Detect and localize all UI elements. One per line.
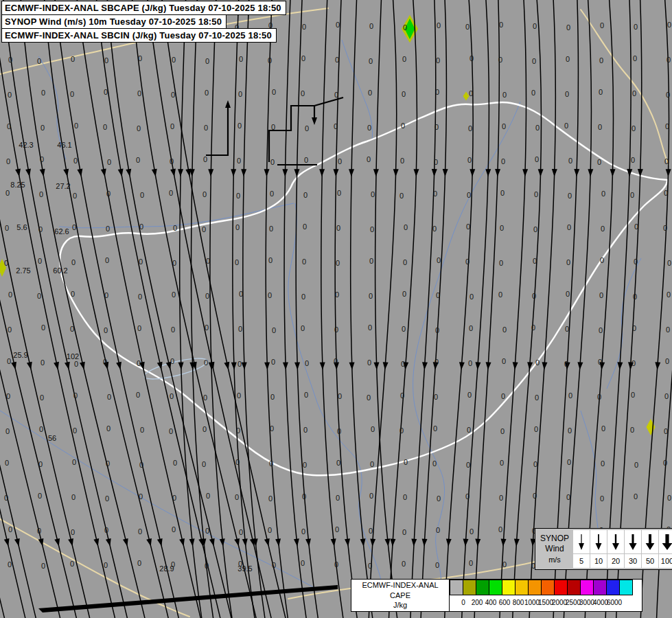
grid-value-label: 0 bbox=[138, 293, 142, 301]
grid-value-label: 0 bbox=[5, 427, 10, 435]
grid-value-label: 0 bbox=[71, 528, 75, 536]
grid-value-label: 0 bbox=[170, 392, 174, 400]
grid-value-label: 0 bbox=[667, 494, 671, 502]
grid-value-label: 0 bbox=[40, 358, 45, 367]
grid-value-label: 0 bbox=[435, 123, 439, 131]
grid-value-label: 0 bbox=[40, 155, 44, 163]
cape-color-cell bbox=[619, 580, 633, 595]
wind-arrow-icon bbox=[590, 530, 607, 553]
cape-color-cell bbox=[580, 580, 594, 595]
grid-value-label: 0 bbox=[469, 89, 473, 98]
grid-value-label: 0 bbox=[336, 259, 340, 267]
grid-value-label: 0 bbox=[137, 124, 141, 133]
grid-value-label: 0 bbox=[401, 122, 405, 130]
grid-value-label: 0 bbox=[664, 157, 669, 165]
grid-value-label: 0 bbox=[238, 90, 242, 98]
grid-value-label: 0 bbox=[38, 460, 43, 468]
grid-value-label: 0 bbox=[534, 425, 538, 433]
grid-value-label: 0 bbox=[566, 258, 570, 266]
grid-value-label: 0 bbox=[171, 91, 175, 99]
grid-value-label: 0 bbox=[631, 391, 635, 399]
cape-color-cell bbox=[541, 580, 555, 595]
cape-tick-label: 1000 bbox=[524, 599, 540, 606]
grid-value-label: 0 bbox=[470, 54, 474, 62]
cape-color-cell bbox=[489, 580, 502, 595]
grid-value-label: 0 bbox=[137, 359, 141, 367]
cape-color-cell bbox=[515, 580, 529, 595]
grid-value-label: 0 bbox=[71, 258, 76, 266]
grid-value-label: 0 bbox=[237, 360, 242, 368]
grid-value-label: 0 bbox=[599, 326, 603, 334]
grid-value-label: 0 bbox=[7, 122, 11, 130]
grid-value-label: 0 bbox=[271, 358, 275, 366]
grid-value-label: 0 bbox=[566, 23, 570, 32]
grid-value-label: 0 bbox=[369, 527, 373, 535]
grid-value-label: 0 bbox=[334, 91, 338, 99]
grid-value-label: 0 bbox=[268, 56, 272, 65]
grid-value-label: 0 bbox=[205, 527, 209, 535]
grid-value-label: 0 bbox=[172, 259, 176, 267]
grid-value-label: 0 bbox=[235, 223, 240, 231]
grid-value-label: 0 bbox=[72, 458, 76, 466]
grid-value-label: 0 bbox=[206, 492, 210, 500]
grid-value-label: 0 bbox=[502, 325, 507, 334]
grid-value-label: 0 bbox=[531, 89, 535, 97]
grid-value-label: 0 bbox=[368, 562, 372, 570]
wind-speed-value: 10 bbox=[590, 554, 607, 568]
grid-value-label: 0 bbox=[202, 425, 207, 433]
grid-value-label: 0 bbox=[272, 88, 276, 96]
grid-value-label: 0 bbox=[71, 493, 76, 501]
grid-value-label: 0 bbox=[41, 89, 45, 97]
grid-value-label: 0 bbox=[436, 526, 440, 534]
grid-value-label: 0 bbox=[600, 494, 604, 503]
title-block: ECMWF-INDEX-ANAL SBCAPE (J/kg) Tuesday 0… bbox=[1, 1, 286, 43]
grid-value-label: 0 bbox=[336, 224, 340, 232]
grid-value-label: 0 bbox=[634, 258, 638, 266]
grid-value-label: 0 bbox=[301, 89, 305, 98]
cape-tick-label: 2000 bbox=[552, 599, 567, 606]
grid-value-label: 0 bbox=[335, 56, 339, 64]
grid-value-label: 0 bbox=[301, 559, 305, 567]
grid-value-label: 0 bbox=[535, 358, 540, 367]
cape-tick-label: 2500 bbox=[566, 599, 581, 606]
grid-value-label: 0 bbox=[73, 426, 77, 435]
grid-value-label: 0 bbox=[663, 224, 667, 232]
grid-value-label: 0 bbox=[568, 192, 572, 200]
grid-value-label: 0 bbox=[466, 222, 470, 231]
cape-color-cell bbox=[502, 580, 515, 595]
cape-color-cell bbox=[476, 580, 489, 595]
grid-value-label: 0 bbox=[8, 91, 12, 99]
grid-value-label: 0 bbox=[467, 426, 471, 434]
grid-value-label: 0 bbox=[634, 492, 638, 501]
grid-value-label: 0 bbox=[600, 256, 604, 264]
cape-legend-model: ECMWF-INDEX-ANAL bbox=[362, 580, 438, 591]
value-labels-layer: 0000000000000000000000000000000000000000… bbox=[0, 0, 672, 618]
grid-value-label: 0 bbox=[501, 157, 505, 165]
grid-value-label: 0 bbox=[432, 459, 437, 468]
grid-value-label: 0 bbox=[205, 292, 209, 300]
grid-value-label: 0 bbox=[107, 158, 111, 166]
grid-value-label: 0 bbox=[6, 157, 10, 165]
grid-value-label: 0 bbox=[600, 21, 604, 30]
point-value-label: 27.2 bbox=[56, 182, 70, 190]
grid-value-label: 0 bbox=[237, 157, 241, 165]
grid-value-label: 0 bbox=[5, 189, 10, 197]
grid-value-label: 0 bbox=[467, 191, 471, 199]
grid-value-label: 0 bbox=[666, 325, 670, 334]
grid-value-label: 0 bbox=[403, 23, 407, 32]
grid-value-label: 0 bbox=[667, 290, 671, 299]
cape-tick-label: 800 bbox=[513, 599, 524, 606]
grid-value-label: 0 bbox=[534, 190, 538, 198]
grid-value-label: 0 bbox=[599, 88, 603, 96]
grid-value-label: 0 bbox=[568, 391, 572, 400]
grid-value-label: 0 bbox=[466, 461, 470, 469]
grid-value-label: 0 bbox=[41, 323, 45, 332]
grid-value-label: 0 bbox=[597, 158, 601, 166]
grid-value-label: 0 bbox=[664, 427, 668, 435]
wind-arrow-icon bbox=[659, 530, 672, 553]
grid-value-label: 0 bbox=[401, 360, 405, 368]
cape-color-cell bbox=[593, 580, 607, 595]
grid-value-label: 0 bbox=[599, 56, 603, 65]
grid-value-label: 0 bbox=[137, 559, 141, 567]
grid-value-label: 0 bbox=[665, 122, 669, 130]
